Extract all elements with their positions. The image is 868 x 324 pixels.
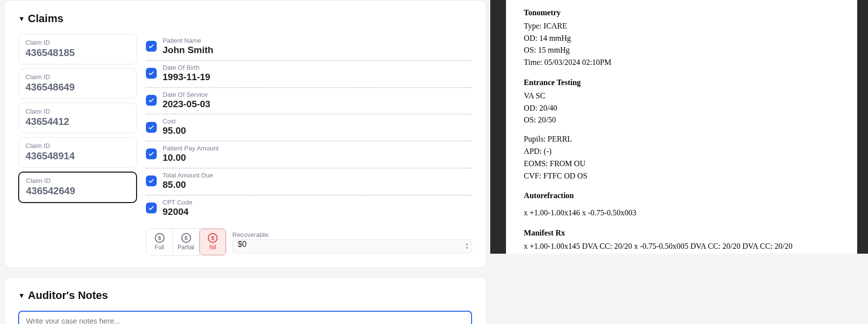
recoverable-input[interactable]: $0 ▲▼ — [232, 239, 472, 253]
field-patient-pay: Patient Pay Amount10.00 — [146, 142, 472, 169]
doc-heading: Manifest Rx — [524, 227, 840, 239]
checkbox-dos[interactable] — [146, 95, 157, 106]
dollar-icon: $ — [155, 233, 165, 243]
field-cpt: CPT Code92004 — [146, 196, 472, 222]
field-value: 85.00 — [163, 179, 213, 191]
doc-heading: Entrance Testing — [524, 77, 840, 89]
checkbox-total-due[interactable] — [146, 176, 157, 186]
checkbox-patient-name[interactable] — [146, 41, 157, 52]
field-value: 10.00 — [163, 152, 219, 164]
stepper-icon[interactable]: ▲▼ — [465, 242, 469, 250]
left-panel: ▼ Claims Claim ID 436548185 Claim ID 436… — [0, 0, 490, 324]
right-panel: Tonometry Type: ICARE OD: 14 mmHg OS: 15… — [490, 0, 868, 324]
doc-line: OS: 15 mmHg — [524, 44, 840, 57]
notes-card: ▼ Auditor's Notes — [4, 277, 486, 324]
recoverable-label: Recoverable: — [232, 231, 472, 238]
document-viewer[interactable]: Tonometry Type: ICARE OD: 14 mmHg OS: 15… — [490, 0, 868, 254]
field-value: 1993-11-19 — [163, 71, 210, 83]
doc-line: OS: 20/50 — [524, 114, 840, 126]
claims-title: Claims — [28, 12, 63, 25]
field-dos: Date Of Service2023-05-03 — [146, 88, 472, 115]
claim-item-3[interactable]: Claim ID 436548914 — [18, 137, 137, 168]
dollar-icon: $ — [181, 233, 191, 243]
field-label: Date Of Birth — [163, 64, 210, 71]
claim-item-2[interactable]: Claim ID 43654412 — [18, 103, 137, 133]
recovery-partial-button[interactable]: $ Partial — [173, 229, 199, 255]
claim-id-value: 43654412 — [26, 116, 130, 127]
recovery-row: $ Full $ Partial $ Nil Recovera — [146, 228, 472, 256]
checkbox-cost[interactable] — [146, 122, 157, 133]
claim-id-value: 436542649 — [26, 185, 129, 197]
field-total-due: Total Amount Due85.00 — [146, 169, 472, 196]
recovery-full-label: Full — [155, 244, 164, 251]
doc-line: Time: 05/03/2024 02:10PM — [524, 57, 840, 69]
field-patient-name: Patient NameJohn Smith — [146, 34, 472, 61]
claim-item-4[interactable]: Claim ID 436542649 — [18, 172, 137, 203]
doc-tonometry: Tonometry Type: ICARE OD: 14 mmHg OS: 15… — [524, 7, 840, 69]
doc-line: APD: (-) — [524, 146, 840, 158]
checkbox-cpt[interactable] — [146, 203, 157, 213]
doc-line: x +1.00-1.00x145 DVA CC: 20/20 x -0.75-0… — [524, 240, 840, 253]
recoverable-value: $0 — [238, 240, 247, 248]
check-icon — [148, 150, 155, 157]
notes-input[interactable] — [18, 311, 472, 324]
check-icon — [148, 124, 155, 131]
field-dob: Date Of Birth1993-11-19 — [146, 61, 472, 88]
check-icon — [148, 97, 155, 104]
field-label: Date Of Service — [163, 91, 210, 98]
check-icon — [148, 70, 155, 77]
claim-id-label: Claim ID — [26, 73, 130, 81]
claim-id-label: Claim ID — [26, 177, 129, 184]
doc-line: VA SC — [524, 90, 840, 102]
checkbox-dob[interactable] — [146, 68, 157, 79]
doc-heading: Tonometry — [524, 7, 840, 19]
doc-autorefraction: Autorefraction x +1.00-1.00x146 x -0.75-… — [524, 190, 840, 219]
recovery-nil-label: Nil — [209, 244, 216, 251]
claim-id-label: Claim ID — [26, 108, 130, 115]
field-label: Patient Pay Amount — [163, 145, 219, 152]
doc-entrance: Entrance Testing VA SC OD: 20/40 OS: 20/… — [524, 77, 840, 182]
field-cost: Cost95.00 — [146, 115, 472, 142]
doc-heading: Autorefraction — [524, 190, 840, 202]
doc-line: x +1.00-1.00x146 x -0.75-0.50x003 — [524, 207, 840, 219]
claim-detail: Patient NameJohn Smith Date Of Birth1993… — [146, 34, 472, 256]
claim-id-label: Claim ID — [26, 142, 130, 149]
notes-header[interactable]: ▼ Auditor's Notes — [18, 289, 472, 302]
doc-line: Pupils: PERRL — [524, 133, 840, 146]
doc-line: CVF: FTFC OD OS — [524, 170, 840, 182]
field-label: CPT Code — [163, 199, 192, 206]
check-icon — [148, 205, 155, 211]
field-value: John Smith — [163, 44, 213, 56]
recovery-nil-button[interactable]: $ Nil — [199, 229, 226, 255]
claim-item-0[interactable]: Claim ID 436548185 — [18, 34, 137, 64]
caret-down-icon: ▼ — [18, 292, 25, 299]
dollar-icon: $ — [208, 233, 218, 243]
recovery-button-group: $ Full $ Partial $ Nil — [146, 228, 226, 256]
claim-item-1[interactable]: Claim ID 436548649 — [18, 68, 137, 99]
claim-id-value: 436548914 — [26, 150, 130, 162]
recovery-partial-label: Partial — [177, 244, 194, 251]
caret-down-icon: ▼ — [18, 15, 25, 23]
recoverable-field: Recoverable: $0 ▲▼ — [232, 231, 472, 253]
field-label: Patient Name — [163, 37, 213, 44]
claims-header[interactable]: ▼ Claims — [18, 12, 472, 25]
recovery-full-button[interactable]: $ Full — [146, 229, 173, 255]
claim-id-value: 436548649 — [26, 82, 130, 93]
field-label: Total Amount Due — [163, 172, 213, 179]
claim-id-value: 436548185 — [26, 47, 130, 59]
field-value: 92004 — [163, 206, 192, 218]
notes-title: Auditor's Notes — [28, 289, 108, 302]
document-page: Tonometry Type: ICARE OD: 14 mmHg OS: 15… — [506, 0, 857, 254]
claims-card: ▼ Claims Claim ID 436548185 Claim ID 436… — [4, 0, 486, 268]
field-value: 95.00 — [163, 125, 186, 137]
doc-line: OD: 14 mmHg — [524, 32, 840, 45]
claims-list: Claim ID 436548185 Claim ID 436548649 Cl… — [18, 34, 137, 256]
field-value: 2023-05-03 — [163, 98, 210, 110]
doc-line: Type: ICARE — [524, 20, 840, 32]
check-icon — [148, 177, 155, 184]
field-label: Cost — [163, 118, 186, 125]
check-icon — [148, 43, 155, 50]
checkbox-patient-pay[interactable] — [146, 148, 157, 159]
doc-line: EOMS: FROM OU — [524, 158, 840, 170]
doc-manifest: Manifest Rx x +1.00-1.00x145 DVA CC: 20/… — [524, 227, 840, 253]
